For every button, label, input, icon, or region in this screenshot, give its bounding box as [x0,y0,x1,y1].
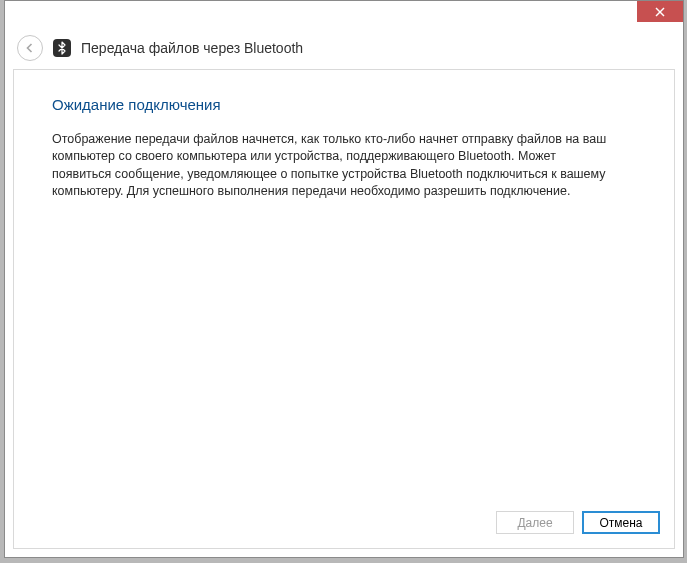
page-heading: Ожидание подключения [52,96,636,113]
window-title: Передача файлов через Bluetooth [81,40,303,56]
arrow-left-icon [23,41,37,55]
button-row: Далее Отмена [496,511,660,534]
header: Передача файлов через Bluetooth [5,27,683,73]
wizard-window: Передача файлов через Bluetooth Ожидание… [4,0,684,558]
close-button[interactable] [637,1,683,22]
next-button: Далее [496,511,574,534]
close-icon [655,7,665,17]
titlebar [5,1,683,27]
content-frame: Ожидание подключения Отображение передач… [13,69,675,549]
back-button[interactable] [17,35,43,61]
content-area: Ожидание подключения Отображение передач… [14,70,674,200]
body-text: Отображение передачи файлов начнется, ка… [52,131,612,200]
bluetooth-icon [53,39,71,57]
cancel-button[interactable]: Отмена [582,511,660,534]
